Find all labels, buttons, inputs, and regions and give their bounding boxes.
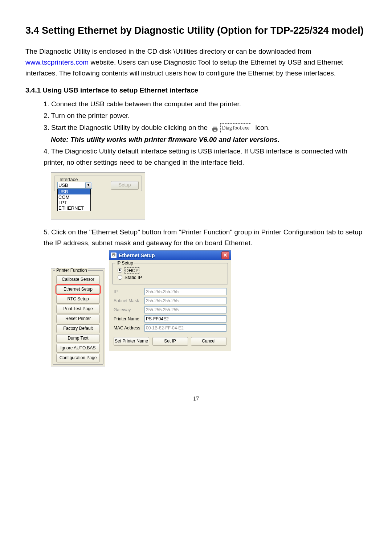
static-ip-label: Static IP (124, 275, 142, 280)
dropdown-option-ethernet[interactable]: ETHERNET (58, 205, 90, 211)
step3-pre: 3. Start the Diagnostic Utility by doubl… (44, 124, 209, 131)
dhcp-label: DHCP (124, 267, 139, 274)
interface-dropdown-list: USB COM LPT ETHERNET (57, 189, 91, 211)
print-test-page-button[interactable]: Print Test Page (56, 305, 100, 313)
para1-pre: The Diagnostic Utility is enclosed in th… (25, 48, 311, 55)
step-4: 4. The Diagnostic Utility default interf… (44, 146, 367, 168)
exe-filename: DiagTool.exe (220, 123, 252, 133)
static-ip-radio[interactable] (118, 275, 122, 280)
set-ip-button[interactable]: Set IP (152, 337, 188, 346)
dhcp-radio[interactable] (118, 268, 122, 273)
cancel-button[interactable]: Cancel (191, 337, 226, 346)
dialog-titlebar: Ethernet Setup ✕ (109, 251, 231, 260)
ip-input[interactable]: 255.255.255.255 (144, 288, 226, 295)
mac-input: 00-1B-82-FF-04-E2 (144, 324, 226, 332)
website-link[interactable]: www.tscprinters.com (25, 58, 89, 66)
step-1: 1. Connect the USB cable between the com… (44, 99, 367, 110)
static-ip-radio-row[interactable]: Static IP (118, 275, 222, 280)
printer-name-label: Printer Name (114, 316, 144, 321)
mac-label: MAC Address (114, 325, 144, 331)
close-icon[interactable]: ✕ (221, 251, 229, 259)
ip-setup-fieldset-label: IP Setup (115, 260, 134, 266)
configuration-page-button[interactable]: Configuration Page (56, 354, 100, 362)
section-title: 3.4 Setting Ethernet by Diagnostic Utili… (25, 22, 367, 40)
reset-printer-button[interactable]: Reset Printer (56, 315, 100, 323)
step-5: 5. Click on the "Ethernet Setup" button … (44, 227, 367, 249)
dialog-title: Ethernet Setup (119, 253, 155, 258)
page-number: 17 (25, 395, 367, 402)
firmware-note: Note: This utility works with printer fi… (51, 134, 367, 145)
dropdown-option-usb[interactable]: USB (58, 189, 90, 194)
gateway-input[interactable]: 255.255.255.255 (144, 306, 226, 313)
dump-text-button[interactable]: Dump Text (56, 334, 100, 343)
dropdown-option-lpt[interactable]: LPT (58, 200, 90, 205)
ignore-autobas-button[interactable]: Ignore AUTO.BAS (56, 344, 100, 353)
printer-icon (212, 125, 218, 131)
calibrate-sensor-button[interactable]: Calibrate Sensor (56, 275, 100, 284)
dropdown-option-com[interactable]: COM (58, 194, 90, 200)
interface-panel: Interface USB ▼ USB COM LPT ETHERNET Set… (51, 172, 145, 219)
dropdown-arrow-icon[interactable]: ▼ (85, 182, 91, 189)
step-3: 3. Start the Diagnostic Utility by doubl… (44, 122, 367, 134)
intro-paragraph: The Diagnostic Utility is enclosed in th… (25, 46, 367, 79)
set-printer-name-button[interactable]: Set Printer Name (114, 337, 149, 346)
interface-combobox[interactable]: USB ▼ (57, 182, 92, 189)
gateway-label: Gateway (114, 307, 144, 312)
printer-name-input[interactable]: PS-FF04E2 (144, 315, 226, 323)
subnet-label: Subnet Mask (114, 298, 144, 303)
diagtool-icon: DiagTool.exe (212, 122, 251, 133)
printer-function-label: Printer Function (55, 268, 88, 273)
subnet-input[interactable]: 255.255.255.255 (144, 297, 226, 304)
ethernet-setup-button[interactable]: Ethernet Setup (56, 285, 100, 294)
step-2: 2. Turn on the printer power. (44, 110, 367, 121)
ip-label: IP (114, 289, 144, 294)
printer-title-icon (111, 253, 117, 258)
interface-setup-button: Setup (111, 181, 139, 190)
ethernet-setup-dialog: Ethernet Setup ✕ IP Setup DHCP Static IP… (109, 250, 231, 351)
subsection-title: 3.4.1 Using USB interface to setup Ether… (25, 86, 367, 94)
dhcp-radio-row[interactable]: DHCP (118, 267, 222, 274)
interface-selected: USB (58, 182, 68, 188)
printer-function-panel: Printer Function Calibrate Sensor Ethern… (51, 268, 105, 366)
step3-post: icon. (255, 124, 270, 131)
interface-fieldset-label: Interface (58, 177, 79, 182)
rtc-setup-button[interactable]: RTC Setup (56, 295, 100, 304)
factory-default-button[interactable]: Factory Default (56, 324, 100, 333)
